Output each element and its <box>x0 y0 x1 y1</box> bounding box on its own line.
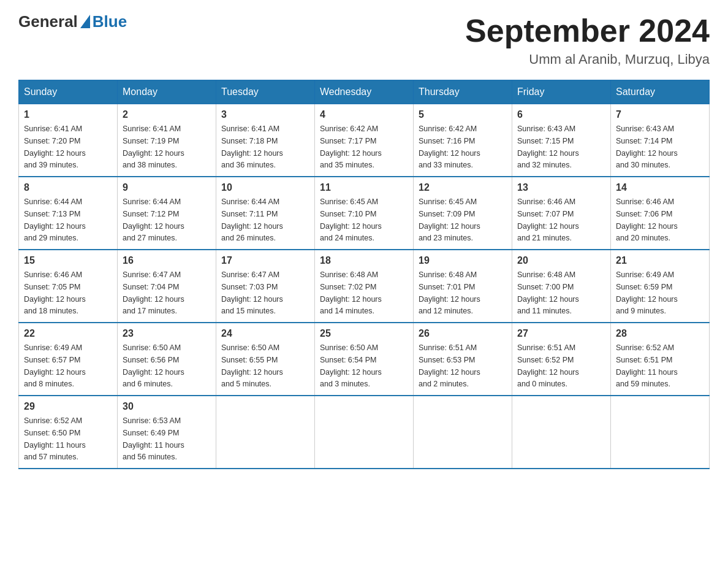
day-info: Sunrise: 6:46 AMSunset: 7:07 PMDaylight:… <box>517 197 579 242</box>
day-info: Sunrise: 6:49 AMSunset: 6:59 PMDaylight:… <box>616 270 678 315</box>
week-row-3: 15 Sunrise: 6:46 AMSunset: 7:05 PMDaylig… <box>19 250 710 323</box>
column-header-tuesday: Tuesday <box>216 80 315 104</box>
day-info: Sunrise: 6:48 AMSunset: 7:00 PMDaylight:… <box>517 270 579 315</box>
calendar-cell: 20 Sunrise: 6:48 AMSunset: 7:00 PMDaylig… <box>512 250 611 323</box>
calendar-cell: 26 Sunrise: 6:51 AMSunset: 6:53 PMDaylig… <box>414 323 512 396</box>
calendar-header-row: SundayMondayTuesdayWednesdayThursdayFrid… <box>19 80 710 104</box>
day-number: 1 <box>24 109 112 120</box>
day-info: Sunrise: 6:42 AMSunset: 7:16 PMDaylight:… <box>419 124 480 169</box>
day-info: Sunrise: 6:46 AMSunset: 7:06 PMDaylight:… <box>616 197 678 242</box>
day-number: 20 <box>517 255 605 266</box>
day-number: 18 <box>320 255 408 266</box>
day-info: Sunrise: 6:45 AMSunset: 7:10 PMDaylight:… <box>320 197 382 242</box>
calendar-cell: 16 Sunrise: 6:47 AMSunset: 7:04 PMDaylig… <box>118 250 216 323</box>
day-info: Sunrise: 6:43 AMSunset: 7:15 PMDaylight:… <box>517 124 579 169</box>
day-number: 22 <box>24 328 112 339</box>
logo-blue-text: Blue <box>93 12 127 31</box>
calendar-cell: 17 Sunrise: 6:47 AMSunset: 7:03 PMDaylig… <box>216 250 315 323</box>
calendar-table: SundayMondayTuesdayWednesdayThursdayFrid… <box>18 80 710 469</box>
calendar-cell <box>611 396 710 469</box>
day-info: Sunrise: 6:44 AMSunset: 7:12 PMDaylight:… <box>123 197 184 242</box>
day-info: Sunrise: 6:42 AMSunset: 7:17 PMDaylight:… <box>320 124 382 169</box>
calendar-cell: 14 Sunrise: 6:46 AMSunset: 7:06 PMDaylig… <box>611 177 710 250</box>
calendar-cell: 27 Sunrise: 6:51 AMSunset: 6:52 PMDaylig… <box>512 323 611 396</box>
day-number: 21 <box>616 255 704 266</box>
day-number: 25 <box>320 328 408 339</box>
calendar-cell: 6 Sunrise: 6:43 AMSunset: 7:15 PMDayligh… <box>512 104 611 177</box>
day-info: Sunrise: 6:45 AMSunset: 7:09 PMDaylight:… <box>419 197 480 242</box>
week-row-2: 8 Sunrise: 6:44 AMSunset: 7:13 PMDayligh… <box>19 177 710 250</box>
calendar-cell: 22 Sunrise: 6:49 AMSunset: 6:57 PMDaylig… <box>19 323 118 396</box>
day-number: 10 <box>221 182 309 193</box>
column-header-saturday: Saturday <box>611 80 710 104</box>
day-number: 4 <box>320 109 408 120</box>
day-info: Sunrise: 6:43 AMSunset: 7:14 PMDaylight:… <box>616 124 678 169</box>
logo-general-text: General <box>18 12 78 31</box>
day-number: 3 <box>221 109 309 120</box>
day-number: 17 <box>221 255 309 266</box>
day-number: 24 <box>221 328 309 339</box>
day-info: Sunrise: 6:41 AMSunset: 7:20 PMDaylight:… <box>24 124 86 169</box>
day-number: 29 <box>24 401 112 412</box>
calendar-cell: 5 Sunrise: 6:42 AMSunset: 7:16 PMDayligh… <box>414 104 512 177</box>
calendar-cell: 25 Sunrise: 6:50 AMSunset: 6:54 PMDaylig… <box>315 323 414 396</box>
column-header-sunday: Sunday <box>19 80 118 104</box>
calendar-cell: 4 Sunrise: 6:42 AMSunset: 7:17 PMDayligh… <box>315 104 414 177</box>
column-header-thursday: Thursday <box>414 80 512 104</box>
day-info: Sunrise: 6:50 AMSunset: 6:56 PMDaylight:… <box>123 343 184 388</box>
day-info: Sunrise: 6:52 AMSunset: 6:51 PMDaylight:… <box>616 343 678 388</box>
day-info: Sunrise: 6:51 AMSunset: 6:53 PMDaylight:… <box>419 343 480 388</box>
week-row-4: 22 Sunrise: 6:49 AMSunset: 6:57 PMDaylig… <box>19 323 710 396</box>
day-number: 8 <box>24 182 112 193</box>
calendar-cell: 19 Sunrise: 6:48 AMSunset: 7:01 PMDaylig… <box>414 250 512 323</box>
title-section: September 2024 Umm al Aranib, Murzuq, Li… <box>465 12 710 67</box>
column-header-friday: Friday <box>512 80 611 104</box>
calendar-cell: 11 Sunrise: 6:45 AMSunset: 7:10 PMDaylig… <box>315 177 414 250</box>
day-number: 13 <box>517 182 605 193</box>
calendar-cell: 3 Sunrise: 6:41 AMSunset: 7:18 PMDayligh… <box>216 104 315 177</box>
day-number: 26 <box>419 328 507 339</box>
day-number: 11 <box>320 182 408 193</box>
calendar-title: September 2024 <box>465 12 710 49</box>
page-header: General Blue September 2024 Umm al Arani… <box>18 12 710 67</box>
day-info: Sunrise: 6:48 AMSunset: 7:01 PMDaylight:… <box>419 270 480 315</box>
day-number: 5 <box>419 109 507 120</box>
calendar-cell: 2 Sunrise: 6:41 AMSunset: 7:19 PMDayligh… <box>118 104 216 177</box>
day-info: Sunrise: 6:41 AMSunset: 7:19 PMDaylight:… <box>123 124 184 169</box>
calendar-cell: 18 Sunrise: 6:48 AMSunset: 7:02 PMDaylig… <box>315 250 414 323</box>
day-info: Sunrise: 6:53 AMSunset: 6:49 PMDaylight:… <box>123 416 184 461</box>
day-info: Sunrise: 6:49 AMSunset: 6:57 PMDaylight:… <box>24 343 86 388</box>
calendar-cell: 13 Sunrise: 6:46 AMSunset: 7:07 PMDaylig… <box>512 177 611 250</box>
day-info: Sunrise: 6:46 AMSunset: 7:05 PMDaylight:… <box>24 270 86 315</box>
day-info: Sunrise: 6:50 AMSunset: 6:55 PMDaylight:… <box>221 343 283 388</box>
day-info: Sunrise: 6:44 AMSunset: 7:11 PMDaylight:… <box>221 197 283 242</box>
day-info: Sunrise: 6:47 AMSunset: 7:04 PMDaylight:… <box>123 270 184 315</box>
calendar-cell: 24 Sunrise: 6:50 AMSunset: 6:55 PMDaylig… <box>216 323 315 396</box>
calendar-cell: 21 Sunrise: 6:49 AMSunset: 6:59 PMDaylig… <box>611 250 710 323</box>
day-info: Sunrise: 6:50 AMSunset: 6:54 PMDaylight:… <box>320 343 382 388</box>
day-info: Sunrise: 6:51 AMSunset: 6:52 PMDaylight:… <box>517 343 579 388</box>
day-info: Sunrise: 6:48 AMSunset: 7:02 PMDaylight:… <box>320 270 382 315</box>
day-number: 14 <box>616 182 704 193</box>
day-number: 27 <box>517 328 605 339</box>
day-number: 12 <box>419 182 507 193</box>
day-info: Sunrise: 6:44 AMSunset: 7:13 PMDaylight:… <box>24 197 86 242</box>
week-row-1: 1 Sunrise: 6:41 AMSunset: 7:20 PMDayligh… <box>19 104 710 177</box>
calendar-cell: 10 Sunrise: 6:44 AMSunset: 7:11 PMDaylig… <box>216 177 315 250</box>
day-number: 19 <box>419 255 507 266</box>
day-number: 15 <box>24 255 112 266</box>
calendar-cell: 12 Sunrise: 6:45 AMSunset: 7:09 PMDaylig… <box>414 177 512 250</box>
calendar-cell: 1 Sunrise: 6:41 AMSunset: 7:20 PMDayligh… <box>19 104 118 177</box>
day-number: 9 <box>123 182 211 193</box>
day-number: 30 <box>123 401 211 412</box>
calendar-cell <box>216 396 315 469</box>
calendar-cell: 29 Sunrise: 6:52 AMSunset: 6:50 PMDaylig… <box>19 396 118 469</box>
logo: General Blue <box>18 12 127 31</box>
day-info: Sunrise: 6:47 AMSunset: 7:03 PMDaylight:… <box>221 270 283 315</box>
day-info: Sunrise: 6:52 AMSunset: 6:50 PMDaylight:… <box>24 416 86 461</box>
calendar-subtitle: Umm al Aranib, Murzuq, Libya <box>465 52 710 67</box>
calendar-cell: 15 Sunrise: 6:46 AMSunset: 7:05 PMDaylig… <box>19 250 118 323</box>
calendar-cell <box>315 396 414 469</box>
day-number: 23 <box>123 328 211 339</box>
day-info: Sunrise: 6:41 AMSunset: 7:18 PMDaylight:… <box>221 124 283 169</box>
